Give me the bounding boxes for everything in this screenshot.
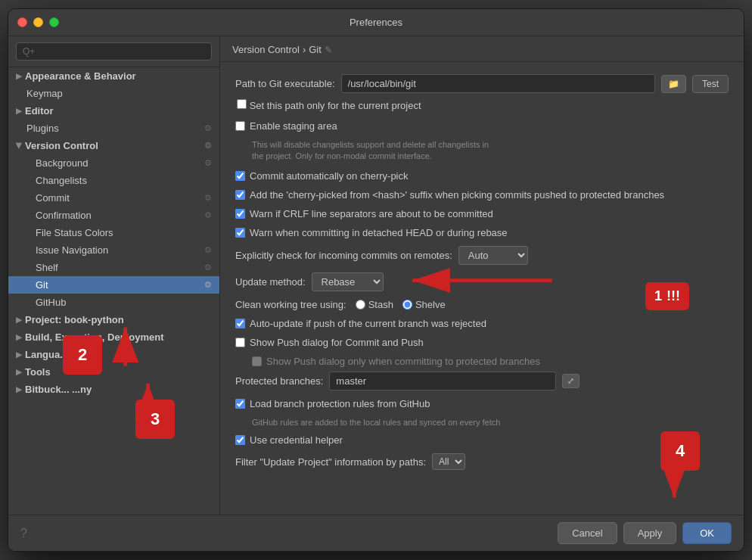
cancel-button[interactable]: Cancel (558, 522, 617, 544)
sidebar-item-file-status-colors[interactable]: File Status Colors (8, 224, 219, 241)
breadcrumb-part1: Version Control (232, 44, 300, 55)
maximize-button[interactable] (49, 17, 59, 27)
stash-radio-label[interactable]: Stash (356, 299, 393, 310)
current-project-text: Set this path only for the current proje… (250, 100, 421, 111)
cherry-pick-label[interactable]: Commit automatically on cherry-pick (235, 170, 409, 182)
path-input[interactable] (341, 74, 655, 93)
search-input[interactable] (16, 42, 212, 61)
sidebar-item-project[interactable]: ▶ Project: book-python (8, 311, 219, 328)
warn-crlf-row: Warn if CRLF line separators are about t… (235, 208, 729, 219)
path-row: Path to Git executable: 📁 Test (235, 74, 729, 93)
shelve-text: Shelve (415, 299, 446, 310)
show-push-checkbox[interactable] (235, 338, 245, 347)
shelve-radio[interactable] (402, 300, 412, 310)
stash-radio[interactable] (356, 300, 365, 310)
sidebar-item-label: GitHub (36, 297, 66, 308)
settings-icon: ⚙ (204, 193, 212, 203)
show-push-protected-text: Show Push dialog only when committing to… (266, 356, 540, 367)
show-push-label[interactable]: Show Push dialog for Commit and Push (235, 337, 424, 348)
sidebar-item-tools[interactable]: ▶ Tools (8, 363, 219, 381)
sidebar-item-editor[interactable]: ▶ Editor (8, 102, 219, 120)
path-label: Path to Git executable: (235, 78, 335, 89)
settings-icon: ⚙ (204, 263, 212, 272)
settings-icon: ⚙ (204, 141, 212, 151)
sidebar-item-background[interactable]: Background ⚙ (8, 154, 219, 172)
warn-crlf-text: Warn if CRLF line separators are about t… (250, 208, 493, 219)
sidebar-item-appearance[interactable]: ▶ Appearance & Behavior (8, 67, 219, 85)
sidebar-item-confirmation[interactable]: Confirmation ⚙ (8, 207, 219, 224)
credential-helper-label[interactable]: Use credential helper (235, 434, 343, 446)
ok-button[interactable]: OK (682, 522, 732, 544)
sidebar-item-plugins[interactable]: Plugins ⚙ (8, 120, 219, 137)
auto-update-checkbox[interactable] (235, 319, 245, 328)
cherry-pick-suffix-checkbox[interactable] (235, 190, 245, 200)
update-method-select[interactable]: Rebase Merge (312, 272, 384, 291)
shelve-radio-label[interactable]: Shelve (402, 299, 446, 310)
arrow-icon: ▶ (16, 72, 22, 80)
browse-button[interactable]: 📁 (661, 75, 686, 93)
expand-button[interactable]: ⤢ (562, 374, 580, 388)
traffic-lights (17, 17, 59, 27)
breadcrumb: Version Control › Git ✎ (220, 36, 744, 62)
current-project-label[interactable]: Set this path only for the current proje… (237, 100, 421, 111)
warn-crlf-label[interactable]: Warn if CRLF line separators are about t… (235, 208, 493, 219)
sidebar-item-label: Git (36, 279, 48, 291)
protected-branches-input[interactable] (329, 372, 556, 390)
check-incoming-label: Explicitly check for incoming commits on… (235, 250, 452, 261)
cherry-pick-checkbox[interactable] (235, 171, 245, 181)
enable-staging-checkbox[interactable] (235, 121, 245, 131)
settings-icon: ⚙ (204, 245, 212, 255)
auto-update-text: Auto-update if push of the current branc… (250, 318, 486, 329)
sidebar-item-github[interactable]: GitHub (8, 294, 219, 311)
show-push-protected-label[interactable]: Show Push dialog only when committing to… (252, 356, 540, 367)
breadcrumb-edit-icon[interactable]: ✎ (325, 45, 332, 55)
current-project-checkbox[interactable] (237, 99, 247, 109)
sidebar-item-label: Plugins (26, 123, 59, 134)
sidebar-item-changelists[interactable]: Changelists (8, 172, 219, 189)
show-push-protected-checkbox[interactable] (252, 356, 262, 366)
arrow-icon: ▶ (16, 107, 22, 115)
auto-update-label[interactable]: Auto-update if push of the current branc… (235, 318, 486, 329)
cherry-pick-suffix-text: Add the 'cherry-picked from <hash>' suff… (250, 189, 664, 201)
check-incoming-row: Explicitly check for incoming commits on… (235, 246, 729, 265)
cherry-pick-row: Commit automatically on cherry-pick (235, 170, 729, 182)
breadcrumb-part2: Git (309, 44, 322, 55)
load-branch-protection-checkbox[interactable] (235, 399, 245, 409)
help-button[interactable]: ? (20, 527, 27, 540)
enable-staging-label[interactable]: Enable staging area (235, 120, 337, 132)
apply-button[interactable]: Apply (623, 522, 677, 544)
show-push-protected-row: Show Push dialog only when committing to… (252, 356, 729, 367)
warn-detached-label[interactable]: Warn when committing in detached HEAD or… (235, 227, 508, 238)
credential-helper-row: Use credential helper (235, 434, 729, 446)
warn-detached-checkbox[interactable] (235, 228, 245, 238)
sidebar-item-git[interactable]: Git ⚙ (8, 276, 219, 294)
sidebar-item-commit[interactable]: Commit ⚙ (8, 189, 219, 207)
test-button[interactable]: Test (692, 75, 729, 93)
sidebar-item-shelf[interactable]: Shelf ⚙ (8, 259, 219, 276)
cherry-pick-suffix-label[interactable]: Add the 'cherry-picked from <hash>' suff… (235, 189, 664, 201)
load-branch-protection-label[interactable]: Load branch protection rules from GitHub (235, 398, 430, 409)
sidebar-item-keymap[interactable]: Keymap (8, 85, 219, 102)
minimize-button[interactable] (33, 17, 43, 27)
sidebar-item-build[interactable]: ▶ Build, Execution, Deployment (8, 328, 219, 346)
filter-select[interactable]: All (432, 453, 465, 470)
arrow-icon: ▶ (16, 368, 22, 376)
search-box[interactable] (8, 36, 219, 67)
load-branch-protection-row: Load branch protection rules from GitHub (235, 398, 729, 409)
filter-label: Filter "Update Project" information by p… (235, 456, 426, 468)
sidebar-item-issue-navigation[interactable]: Issue Navigation ⚙ (8, 241, 219, 259)
sidebar-item-label: Editor (25, 105, 54, 117)
sidebar-item-version-control[interactable]: ▶ Version Control ⚙ (8, 137, 219, 154)
protected-branches-row: Protected branches: ⤢ (235, 372, 729, 390)
credential-helper-checkbox[interactable] (235, 435, 245, 445)
close-button[interactable] (17, 17, 27, 27)
sidebar-item-languages[interactable]: ▶ Langua... ...ks (8, 346, 219, 363)
sidebar-item-label: Keymap (26, 88, 63, 99)
sidebar-item-bitbucket[interactable]: ▶ Bitbuck... ...ny (8, 381, 219, 398)
credential-helper-text: Use credential helper (250, 434, 343, 446)
arrow-icon: ▶ (16, 350, 22, 359)
check-incoming-select[interactable]: Auto Always Never (458, 246, 528, 265)
warn-crlf-checkbox[interactable] (235, 209, 245, 219)
sidebar-item-label: Background (36, 157, 88, 169)
footer-buttons: Cancel Apply OK (558, 522, 732, 544)
